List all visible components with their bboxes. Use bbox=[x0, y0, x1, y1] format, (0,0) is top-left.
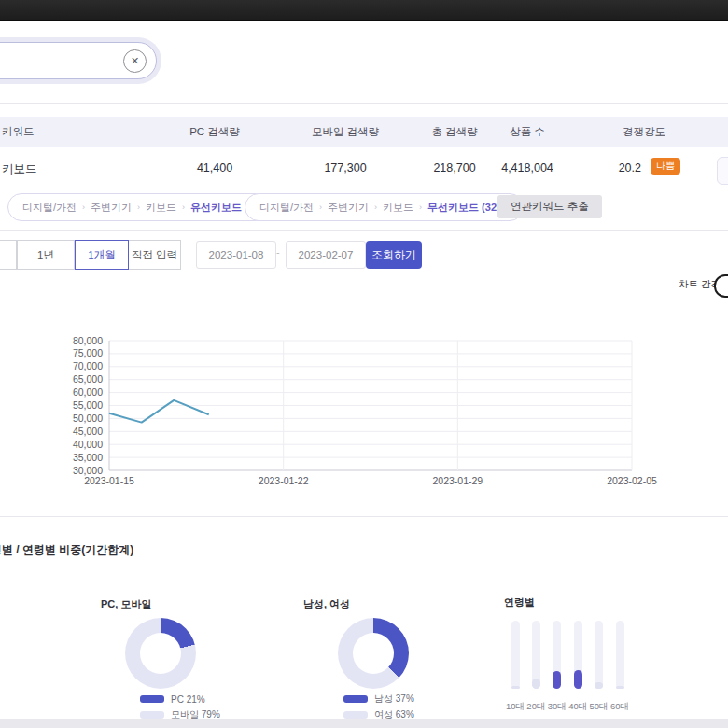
col-keyword: 키워드 bbox=[2, 125, 35, 139]
svg-text:2023-02-05: 2023-02-05 bbox=[607, 475, 657, 486]
age-bar-track bbox=[511, 621, 520, 689]
age-bar-fill bbox=[511, 686, 520, 689]
legend-swatch-mobile bbox=[140, 711, 164, 719]
legend-male: 남성 37% bbox=[343, 694, 414, 704]
table-header: 키워드 PC 검색량 모바일 검색량 총 검색량 상품 수 경쟁강도 bbox=[0, 117, 728, 147]
legend-label: 남성 37% bbox=[374, 693, 414, 706]
age-bar-track bbox=[616, 621, 624, 689]
divider bbox=[0, 516, 728, 517]
age-bar-fill bbox=[553, 671, 561, 689]
category-level: 디지털/가전 bbox=[259, 201, 314, 215]
date-range-dash: - bbox=[276, 246, 280, 258]
legend-swatch-male bbox=[343, 695, 368, 703]
chevron-icon: › bbox=[374, 203, 377, 212]
age-chart-title: 연령별 bbox=[504, 595, 535, 609]
browser-top-strip bbox=[0, 0, 728, 21]
age-bar-track bbox=[574, 621, 582, 689]
category-tag-wireless[interactable]: 디지털/가전 › 주변기기 › 키보드 › 무선키보드 (32%) bbox=[245, 193, 524, 221]
svg-text:50,000: 50,000 bbox=[73, 413, 103, 424]
legend-swatch-female bbox=[343, 711, 368, 719]
donut-hole bbox=[140, 633, 181, 674]
keyword-search-input[interactable]: ✕ bbox=[0, 42, 157, 79]
svg-text:30,000: 30,000 bbox=[73, 465, 103, 476]
chevron-icon: › bbox=[182, 203, 185, 212]
age-bar-track bbox=[595, 621, 603, 689]
cell-products: 4,418,004 bbox=[471, 161, 583, 175]
divider bbox=[0, 230, 728, 231]
divider bbox=[0, 103, 728, 104]
table-row[interactable]: 키보드 41,400 177,300 218,700 4,418,004 20.… bbox=[0, 147, 728, 191]
gender-donut-chart bbox=[338, 618, 409, 689]
svg-text:2023-01-29: 2023-01-29 bbox=[432, 475, 483, 486]
age-bar-fill bbox=[595, 682, 603, 689]
period-button-1m[interactable]: 1개월 bbox=[75, 240, 129, 270]
category-level: 키보드 bbox=[383, 201, 413, 215]
svg-text:35,000: 35,000 bbox=[73, 452, 103, 463]
svg-text:2023-01-15: 2023-01-15 bbox=[84, 475, 134, 486]
chevron-icon: › bbox=[137, 203, 140, 212]
category-level: 디지털/가전 bbox=[22, 201, 77, 215]
col-products: 상품 수 bbox=[471, 125, 583, 139]
donut-hole bbox=[353, 633, 394, 674]
start-date-input[interactable]: 2023-01-08 bbox=[196, 241, 276, 269]
page-bottom-strip bbox=[0, 719, 728, 728]
pc-mobile-chart-title: PC, 모바일 bbox=[101, 597, 151, 611]
svg-text:40,000: 40,000 bbox=[73, 439, 103, 450]
svg-text:75,000: 75,000 bbox=[73, 347, 103, 358]
svg-text:55,000: 55,000 bbox=[73, 399, 103, 411]
age-bar-track bbox=[532, 621, 540, 689]
col-pc: PC 검색량 bbox=[159, 125, 271, 139]
svg-text:60,000: 60,000 bbox=[73, 386, 103, 398]
svg-text:80,000: 80,000 bbox=[73, 335, 103, 346]
gender-chart-title: 남성, 여성 bbox=[303, 597, 350, 611]
section-title: 성별 / 연령별 비중(기간합계) bbox=[0, 542, 133, 558]
age-bar-fill bbox=[532, 679, 540, 689]
col-competition: 경쟁강도 bbox=[588, 125, 700, 139]
svg-text:70,000: 70,000 bbox=[73, 360, 103, 371]
category-level: 주변기기 bbox=[328, 201, 369, 215]
category-level: 키보드 bbox=[146, 201, 176, 215]
keyword-analysis-page: ✕ 키워드 PC 검색량 모바일 검색량 총 검색량 상품 수 경쟁강도 키보드… bbox=[0, 0, 728, 728]
chevron-icon: › bbox=[82, 203, 85, 212]
col-mobile: 모바일 검색량 bbox=[285, 125, 406, 139]
age-bar-fill bbox=[574, 670, 582, 689]
clear-search-icon[interactable]: ✕ bbox=[123, 49, 147, 73]
category-level: 주변기기 bbox=[91, 201, 132, 215]
cell-competition: 20.2 bbox=[588, 161, 641, 175]
period-button-1y[interactable]: 1년 bbox=[17, 240, 75, 270]
query-button[interactable]: 조회하기 bbox=[366, 241, 422, 269]
cell-keyword: 키보드 bbox=[2, 161, 37, 177]
svg-text:45,000: 45,000 bbox=[73, 426, 103, 437]
pc-mobile-donut-chart bbox=[125, 618, 196, 689]
related-keywords-button[interactable]: 연관키워드 추출 bbox=[497, 195, 602, 218]
age-bar-fill bbox=[616, 686, 624, 689]
legend-pc: PC 21% bbox=[140, 694, 205, 704]
chevron-icon: › bbox=[419, 203, 422, 212]
chart-gap-toggle[interactable] bbox=[714, 274, 728, 298]
chevron-icon: › bbox=[319, 203, 322, 212]
age-bar-label: 60대 bbox=[606, 701, 634, 713]
cell-mobile: 177,300 bbox=[285, 161, 406, 175]
legend-swatch-pc bbox=[140, 695, 164, 703]
row-action-button[interactable] bbox=[717, 157, 728, 185]
svg-text:2023-01-22: 2023-01-22 bbox=[259, 475, 309, 486]
grade-badge: 나쁨 bbox=[651, 158, 680, 175]
legend-label: PC 21% bbox=[171, 694, 205, 705]
cell-pc: 41,400 bbox=[159, 161, 271, 175]
svg-text:65,000: 65,000 bbox=[73, 373, 103, 385]
search-volume-line-chart: 30,00035,00040,00045,00050,00055,00060,0… bbox=[0, 329, 728, 496]
period-button-custom[interactable]: 직접 입력 bbox=[128, 240, 181, 270]
age-bar-track bbox=[553, 621, 561, 689]
end-date-input[interactable]: 2023-02-07 bbox=[286, 241, 366, 269]
period-button-cut[interactable] bbox=[0, 240, 17, 270]
